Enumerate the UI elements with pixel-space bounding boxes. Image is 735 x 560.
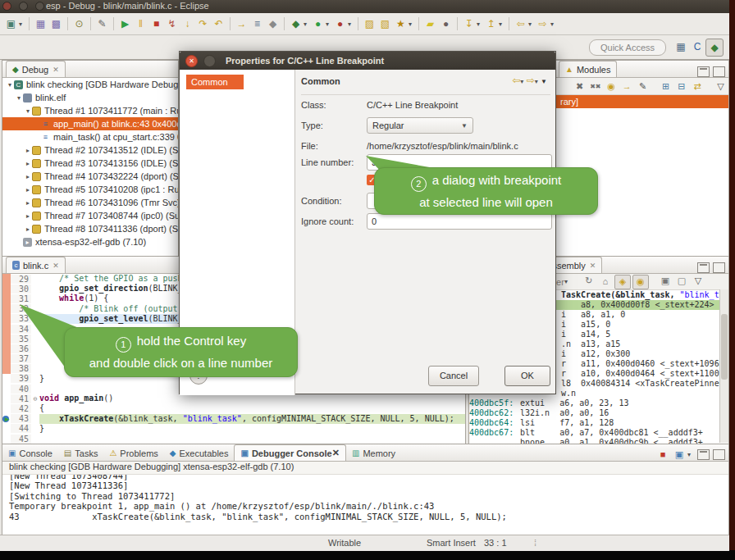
line-number[interactable]: 39 (11, 374, 31, 383)
maximize-view-icon[interactable] (713, 262, 725, 273)
line-number[interactable]: 34 (11, 325, 31, 334)
debug-tree-item[interactable]: ▸Thread #3 1073413156 (IDLE) (Susp (2, 157, 178, 170)
debug-tree-item[interactable]: ▸Thread #2 1073413512 (IDLE) (Susp (2, 143, 178, 157)
resume-icon[interactable]: ▶ (118, 16, 132, 31)
minimize-view-icon[interactable] (697, 262, 710, 273)
disconnect-icon[interactable]: ↯ (165, 16, 179, 31)
build-binary-icon[interactable]: ⊙ (72, 16, 86, 31)
download-icon[interactable]: ↧ (462, 16, 476, 31)
debug-tree-item[interactable]: ▸Thread #6 1073431096 (Tmr Svc) (S (2, 196, 178, 209)
disassembly-scrollbar[interactable] (719, 289, 728, 443)
debug-tree-item[interactable]: ≡app_main() at blink.c:43 0x400dbc (2, 117, 178, 130)
back-history-icon-dropdown[interactable]: ▾ (528, 20, 535, 28)
collapse-all-icon[interactable]: ⊟ (674, 80, 688, 93)
line-number[interactable]: 42 (11, 404, 31, 413)
upload-icon[interactable]: ↥ (484, 16, 498, 31)
close-tab-icon[interactable]: ✕ (590, 262, 596, 270)
status-drag-handle[interactable]: ⁞ (534, 538, 536, 548)
debug-icon-dropdown[interactable]: ▾ (304, 20, 310, 28)
debug-tree-item[interactable]: ▸Thread #8 1073411336 (dport) (Sus (2, 222, 178, 235)
disasm-menu-icon[interactable]: ▽ (691, 275, 705, 288)
open-perspective-icon[interactable]: ▦ (673, 39, 689, 55)
home-icon[interactable]: ⌂ (598, 275, 613, 288)
maximize-window-icon[interactable] (35, 2, 44, 11)
external-tools-icon[interactable]: ● (333, 16, 347, 31)
display-console-icon[interactable]: ▣ (672, 448, 687, 461)
tree-expand-icon[interactable]: ▾ (24, 107, 32, 115)
disassembly-line[interactable]: 400dbc5f:extui a6, a0, 23, 13 (469, 398, 728, 408)
open-project-icon[interactable]: ▨ (363, 16, 377, 31)
line-number[interactable]: 43 (11, 414, 31, 423)
instruction-stepping-icon[interactable]: → (235, 16, 249, 31)
disassembly-line[interactable]: bnone a0, a1, 0x400dbc9b <__adddf3+ (469, 438, 728, 444)
line-number[interactable]: 31 (11, 294, 31, 303)
remove-all-icon[interactable]: ✖✖ (588, 80, 602, 93)
open-file-icon[interactable]: ▧ (378, 16, 392, 31)
view-menu-icon[interactable]: ▼ (541, 78, 547, 85)
highlighter-icon[interactable]: ▰ (423, 16, 437, 31)
back-history-icon[interactable]: ⇦ (514, 16, 527, 31)
step-into-icon[interactable]: ↓ (180, 16, 194, 31)
tab-debugger-console[interactable]: ▣Debugger Console✕ (234, 444, 345, 461)
console-output[interactable]: [New Thread 1073408744][New Thread 10734… (2, 475, 728, 535)
editor-line[interactable]: 42{ (2, 403, 465, 413)
minimize-icon[interactable] (697, 449, 710, 460)
tab-debug[interactable]: ◆ Debug ✕ (6, 61, 66, 77)
tab-memory[interactable]: ▥Memory (346, 445, 401, 461)
back-dropdown-icon[interactable]: ▾ (520, 78, 523, 85)
scrollbar-thumb[interactable] (721, 314, 728, 380)
save-all-icon[interactable]: ▩ (49, 16, 63, 31)
cpp-perspective-icon[interactable]: C (689, 39, 705, 55)
remove-icon[interactable]: ✖ (573, 80, 587, 93)
debug-tree-item[interactable]: ▸Thread #7 1073408744 (ipc0) (Susp (2, 209, 178, 222)
line-number[interactable]: 30 (11, 285, 31, 294)
line-number[interactable]: 33 (11, 314, 31, 323)
debug-tree-item[interactable]: ▸xtensa-esp32-elf-gdb (7.10) (2, 235, 178, 248)
tree-expand-icon[interactable]: ▾ (15, 94, 23, 102)
line-number[interactable]: 36 (11, 344, 31, 353)
debug-icon[interactable]: ◆ (289, 16, 303, 31)
upload-icon-dropdown[interactable]: ▾ (499, 20, 505, 28)
type-dropdown[interactable]: Regular ▼ (367, 117, 473, 134)
debug-tree-item[interactable]: ▾blink.elf (2, 91, 178, 104)
expand-all-icon[interactable]: ⊞ (659, 80, 673, 93)
line-number[interactable]: 37 (11, 354, 31, 363)
line-number[interactable]: 29 (11, 275, 31, 284)
step-over-icon[interactable]: ↷ (196, 16, 210, 31)
breakpoint-types-icon[interactable]: ◆ (266, 16, 280, 31)
display-console-icon-dropdown[interactable]: ▾ (687, 451, 694, 458)
debug-tree-item[interactable]: ▾Thread #1 1073411772 (main : Runn (2, 104, 178, 117)
forward-icon[interactable]: ⇨ (527, 75, 535, 86)
tree-expand-icon[interactable]: ▸ (24, 160, 32, 167)
line-number[interactable]: 44 (11, 424, 31, 433)
debug-tree-item[interactable]: ≡main_task() at cpu_start.c:339 0x4 (2, 130, 178, 143)
disassembly-line[interactable]: 400dbc62:l32i.n a0, a0, 16 (469, 408, 728, 418)
forward-dropdown-icon[interactable]: ▾ (535, 78, 538, 85)
fold-marker[interactable]: ⊖ (31, 395, 39, 403)
maximize-icon[interactable] (713, 449, 725, 460)
maximize-view-icon[interactable] (713, 66, 725, 77)
suspend-icon[interactable]: ‖ (134, 16, 148, 31)
sidebar-item-common[interactable]: Common (186, 75, 244, 89)
tab-console[interactable]: ▣Console (2, 445, 58, 461)
save-icon[interactable]: ▦ (34, 16, 48, 31)
tab-blink-c[interactable]: c blink.c ✕ (6, 257, 66, 273)
dialog-menu-icon[interactable] (203, 55, 216, 67)
run-icon-dropdown[interactable]: ▾ (326, 20, 332, 28)
tree-expand-icon[interactable]: ▸ (24, 225, 32, 233)
pin-view-icon[interactable]: ▢ (674, 275, 689, 288)
editor-line[interactable]: 44} (2, 424, 465, 434)
logical-structure-icon[interactable]: ≡ (250, 16, 264, 31)
close-window-icon[interactable] (2, 2, 11, 11)
download-icon-dropdown[interactable]: ▾ (477, 20, 483, 28)
editor-line[interactable]: 41⊖void app_main() (2, 394, 465, 403)
minimize-view-icon[interactable] (697, 66, 710, 77)
load-symbols-icon[interactable]: ◉ (604, 80, 618, 93)
line-number[interactable]: 45 (11, 435, 31, 444)
debug-tree-item[interactable]: ▸Thread #4 1073432224 (dport) (Sus (2, 170, 178, 183)
tree-expand-icon[interactable]: ▸ (24, 173, 32, 180)
open-new-view-icon[interactable]: ▣ (658, 275, 673, 288)
editor-line[interactable]: 45 (2, 434, 465, 444)
tab-tasks[interactable]: ▤Tasks (58, 445, 104, 461)
show-source-icon[interactable]: ◉ (632, 275, 649, 289)
